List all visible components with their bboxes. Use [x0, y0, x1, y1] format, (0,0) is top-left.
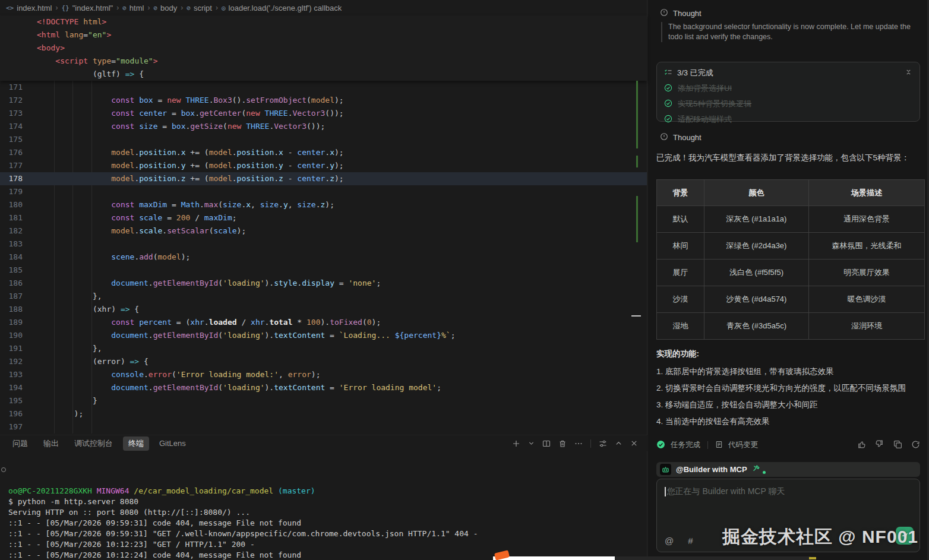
- collapse-todo-icon[interactable]: [905, 68, 912, 78]
- code-token: 'loading': [223, 279, 264, 287]
- code-line[interactable]: 196 );: [0, 407, 647, 420]
- code-text: document.getElementById('loading').style…: [37, 277, 381, 290]
- line-number: 182: [0, 224, 23, 238]
- code-line[interactable]: 172 const box = new THREE.Box3().setFrom…: [0, 94, 647, 107]
- thumbs-up-icon[interactable]: [857, 439, 866, 451]
- table-cell: 森林氛围，光线柔和: [809, 233, 925, 260]
- code-token: =: [167, 200, 181, 209]
- breadcrumb-separator: ›: [116, 4, 119, 12]
- kill-terminal-icon[interactable]: [558, 439, 567, 448]
- panel-tab-GitLens[interactable]: GitLens: [154, 437, 191, 450]
- panel-settings-icon[interactable]: [599, 439, 607, 448]
- code-line[interactable]: 186 document.getElementById('loading').s…: [0, 277, 647, 290]
- code-token: maxDim: [139, 200, 167, 209]
- sticky-code-line: <!DOCTYPE html>: [0, 15, 647, 29]
- code-token: center: [139, 109, 167, 118]
- code-line[interactable]: 175: [0, 133, 647, 146]
- line-number: 172: [0, 94, 23, 107]
- new-terminal-icon[interactable]: [512, 439, 520, 448]
- todo-progress: 3/3 已完成: [677, 68, 713, 78]
- code-token: ).: [265, 331, 274, 340]
- code-line[interactable]: 181 const scale = 200 / maxDim;: [0, 211, 647, 224]
- code-line[interactable]: 182 model.scale.setScalar(scale);: [0, 224, 647, 238]
- chat-placeholder-row: 您正在与 Builder with MCP 聊天: [665, 486, 785, 497]
- code-token: );: [37, 409, 83, 418]
- code-token: model: [111, 174, 134, 183]
- code-text: const box = new THREE.Box3().setFromObje…: [37, 94, 344, 107]
- code-token: add: [139, 252, 153, 261]
- check-circle-icon: [664, 84, 672, 94]
- terminal-output[interactable]: oo@PC-20211228GXKH MINGW64 /e/car_model_…: [0, 454, 647, 560]
- code-line[interactable]: 173 const center = box.getCenter(new THR…: [0, 107, 647, 120]
- regenerate-icon[interactable]: [911, 440, 920, 451]
- code-line[interactable]: 177 model.position.y += (model.position.…: [0, 159, 647, 172]
- code-text: document.getElementById('loading').textC…: [37, 329, 455, 342]
- overview-ruler-change-mark: [636, 81, 638, 148]
- code-editor[interactable]: 171172 const box = new THREE.Box3().setF…: [0, 81, 647, 434]
- code-token: =: [167, 109, 181, 118]
- panel-tab-问题[interactable]: 问题: [7, 436, 33, 451]
- thought-header[interactable]: Thought: [660, 132, 702, 143]
- code-line[interactable]: 195 }: [0, 394, 647, 407]
- code-line[interactable]: 179: [0, 185, 647, 198]
- mention-button[interactable]: @: [665, 536, 674, 546]
- table-cell: 深灰色 (#1a1a1a): [704, 206, 809, 233]
- table-cell: 展厅: [657, 260, 704, 286]
- code-token: ::1 - - [05/Mar/2026 10:12:24] code 404,…: [8, 550, 301, 559]
- code-line[interactable]: 194 document.getElementById('loading').t…: [0, 381, 647, 394]
- code-token: .: [297, 279, 302, 287]
- close-panel-icon[interactable]: [630, 439, 638, 447]
- code-token: ;: [437, 383, 441, 392]
- maximize-panel-icon[interactable]: [615, 439, 623, 447]
- chat-agent-header[interactable]: @Builder with MCP: [656, 462, 920, 477]
- code-token: );: [334, 161, 344, 170]
- code-line[interactable]: 180 const maxDim = Math.max(size.x, size…: [0, 198, 647, 211]
- table-cell: 暖色调沙漠: [809, 286, 925, 313]
- code-line[interactable]: 197: [0, 420, 647, 434]
- breadcrumb-item[interactable]: script: [194, 4, 212, 12]
- code-line[interactable]: 178 model.position.z += (model.position.…: [0, 172, 647, 185]
- copy-icon[interactable]: [893, 440, 902, 451]
- line-number: 176: [0, 146, 23, 159]
- code-token: [37, 122, 111, 131]
- thumbs-down-icon[interactable]: [875, 439, 884, 451]
- breadcrumb-item[interactable]: index.html: [17, 4, 52, 12]
- code-line[interactable]: 176 model.position.x += (model.position.…: [0, 146, 647, 159]
- code-line[interactable]: 187 },: [0, 290, 647, 303]
- breadcrumb-item[interactable]: body: [160, 4, 177, 12]
- context-hash-button[interactable]: #: [688, 536, 693, 546]
- code-line[interactable]: 185: [0, 264, 647, 277]
- code-line[interactable]: 171: [0, 81, 647, 94]
- code-changes-icon: [715, 441, 723, 450]
- code-line[interactable]: 183: [0, 238, 647, 251]
- code-line[interactable]: 184 scene.add(model);: [0, 251, 647, 264]
- code-token: ;: [232, 213, 237, 222]
- code-line[interactable]: 174 const size = box.getSize(new THREE.V…: [0, 120, 647, 133]
- code-line[interactable]: 192 (error) => {: [0, 355, 647, 368]
- code-line[interactable]: 189 const percent = (xhr.loaded / xhr.to…: [0, 316, 647, 329]
- text-caret: [665, 487, 666, 496]
- code-line[interactable]: 190 document.getElementById('loading').t…: [0, 329, 647, 342]
- breadcrumb-item[interactable]: "index.html": [72, 4, 113, 12]
- code-text: (xhr) => {: [37, 303, 139, 316]
- terminal-dropdown-icon[interactable]: [528, 440, 535, 447]
- breadcrumb-item[interactable]: html: [129, 4, 144, 12]
- code-line[interactable]: 193 console.error('Error loading model:'…: [0, 368, 647, 381]
- panel-tab-输出[interactable]: 输出: [38, 436, 64, 451]
- more-actions-icon[interactable]: [574, 439, 583, 448]
- code-changes-link[interactable]: 代码变更: [728, 440, 758, 450]
- code-token: >: [106, 30, 111, 39]
- terminal-line: ::1 - - [05/Mar/2026 09:59:31] code 404,…: [0, 518, 647, 529]
- split-terminal-icon[interactable]: [542, 439, 551, 448]
- thought-header[interactable]: Thought: [660, 8, 702, 18]
- code-token: size: [297, 200, 315, 209]
- line-number: 178: [0, 172, 23, 185]
- breadcrumb: <>index.html›{}"index.html"›⊘html›⊘body›…: [0, 0, 647, 15]
- code-token: {: [139, 357, 148, 366]
- sticky-code-line: (gltf) => {: [0, 68, 647, 81]
- code-line[interactable]: 188 (xhr) => {: [0, 303, 647, 316]
- panel-tab-终端[interactable]: 终端: [123, 436, 149, 451]
- breadcrumb-item[interactable]: loader.load('./scene.gltf') callback: [229, 4, 342, 12]
- code-line[interactable]: 191 },: [0, 342, 647, 355]
- panel-tab-调试控制台[interactable]: 调试控制台: [69, 436, 118, 451]
